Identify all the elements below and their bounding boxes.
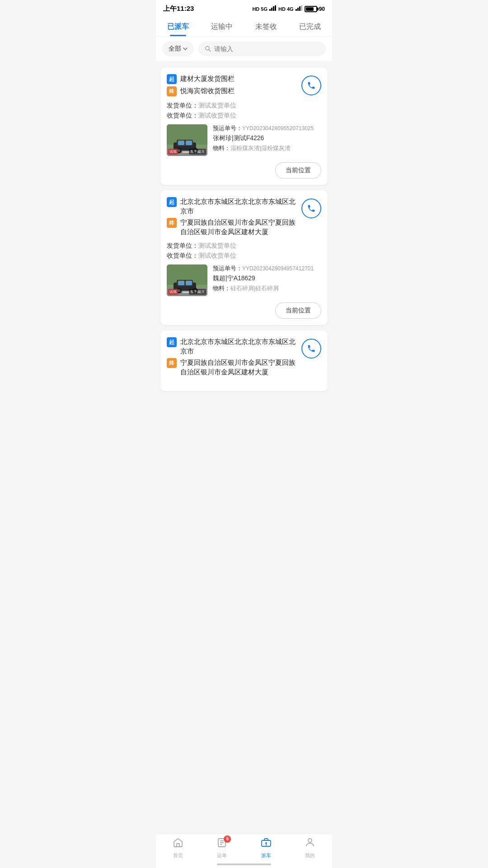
card-2-order-no: YYD20230428094957412701 [242,265,314,272]
tab-dispatched[interactable]: 已派车 [156,16,200,36]
svg-rect-5 [297,8,299,11]
svg-rect-2 [273,6,274,11]
svg-rect-0 [269,9,271,11]
tab-unsigned[interactable]: 未签收 [244,16,288,36]
svg-point-44 [265,842,267,844]
content-scroll: 起 建材大厦发货围栏 终 悦海宾馆收货围栏 发货单位： 测试发货单位 收货单位：… [156,66,332,427]
card-2-sender-row: 发货单位： 测试发货单位 [167,242,321,250]
card-1-phone-button[interactable] [301,75,321,95]
card-1-order-no-row: 预运单号： YYD20230428095520713025 [213,124,321,132]
card-2-order-no-row: 预运单号： YYD20230428094957412701 [213,264,321,273]
card-1-order-details: 预运单号： YYD20230428095520713025 张树珍|测试F422… [213,124,321,152]
mine-icon [305,837,315,851]
svg-rect-4 [296,9,297,11]
card-2-position-button[interactable]: 当前位置 [275,302,321,319]
dispatch-icon [261,837,272,851]
search-area: 全部 [156,37,332,61]
order-card-2: 起 北京北京市东城区北京北京市东城区北京市 终 宁夏回族自治区银川市金凤区宁夏回… [160,190,328,325]
nav-mine-label: 我的 [305,852,315,859]
nav-dispatch-label: 派车 [261,852,271,859]
status-hd-4g: HD 4G [278,6,294,12]
card-1-header: 起 建材大厦发货围栏 终 悦海宾馆收货围栏 [167,74,321,98]
card-3-locations: 起 北京北京市东城区北京北京市东城区北京市 终 宁夏回族自治区银川市金凤区宁夏回… [167,337,298,378]
search-input[interactable] [214,45,319,52]
tab-intransit[interactable]: 运输中 [200,16,244,36]
chevron-down-icon [183,47,188,50]
card-2-car-image: 试驾 车不熄灭 [167,264,207,296]
card-2-start-row: 起 北京北京市东城区北京北京市东城区北京市 [167,197,298,216]
nav-dispatch[interactable]: 派车 [244,837,288,859]
card-1-sender-value: 测试发货单位 [198,102,236,110]
card-1-order-no: YYD20230428095520713025 [242,125,314,132]
home-icon [173,837,183,851]
svg-rect-38 [177,844,179,847]
status-5g: HD 5G [252,6,267,12]
card-1-middle: 试驾 车不熄灭 预运单号： YYD20230428095520713025 张树… [167,124,321,156]
orders-icon: 6 [216,837,227,851]
nav-orders-label: 运单 [217,852,227,859]
card-2-material-value: 硅石碎屑|硅石碎屑 [230,284,279,292]
card-2-driver: 魏超|宁A18629 [213,274,321,283]
signal-bars-1 [269,5,277,12]
svg-rect-14 [183,151,189,153]
card-1-footer: 当前位置 [167,162,321,179]
card-1-start-row: 起 建材大厦发货围栏 [167,74,298,84]
card-2-header: 起 北京北京市东城区北京北京市东城区北京市 终 宁夏回族自治区银川市金凤区宁夏回… [167,197,321,238]
orders-badge: 6 [224,835,231,843]
status-time: 上午11:23 [163,5,194,13]
filter-button[interactable]: 全部 [162,41,194,57]
card-2-order-label: 预运单号： [213,264,242,273]
card-1-material-row: 物料： 湿粉煤灰渣|湿粉煤灰渣 [213,144,321,152]
svg-rect-19 [186,141,192,145]
svg-rect-18 [178,141,184,145]
order-card-1: 起 建材大厦发货围栏 终 悦海宾馆收货围栏 发货单位： 测试发货单位 收货单位：… [160,67,328,185]
card-2-receiver-row: 收货单位： 测试收货单位 [167,252,321,260]
filter-label: 全部 [169,45,181,53]
order-card-3: 起 北京北京市东城区北京北京市东城区北京市 终 宁夏回族自治区银川市金凤区宁夏回… [160,330,328,391]
card-3-end-row: 终 宁夏回族自治区银川市金凤区宁夏回族自治区银川市金凤区建材大厦 [167,358,298,377]
card-1-receiver-value: 测试收货单位 [198,112,236,120]
nav-home[interactable]: 首页 [156,837,200,859]
card-1-start-location: 建材大厦发货围栏 [180,74,235,83]
card-1-end-location: 悦海宾馆收货围栏 [180,86,235,95]
phone-icon-2 [307,204,316,213]
bottom-nav: 首页 6 运单 派车 [156,833,332,868]
card-2-sender-value: 测试发货单位 [198,242,236,250]
start-tag-1: 起 [167,74,177,84]
card-3-start-location: 北京北京市东城区北京北京市东城区北京市 [180,337,298,356]
svg-rect-32 [178,281,184,285]
home-indicator [217,863,271,865]
card-3-start-row: 起 北京北京市东城区北京北京市东城区北京市 [167,337,298,356]
search-box[interactable] [198,42,326,56]
card-2-receiver-label: 收货单位： [167,252,198,260]
card-1-material-value: 湿粉煤灰渣|湿粉煤灰渣 [230,144,291,152]
card-2-material-row: 物料： 硅石碎屑|硅石碎屑 [213,284,321,292]
end-tag-1: 终 [167,86,177,96]
card-2-material-label: 物料： [213,284,230,292]
nav-orders[interactable]: 6 运单 [200,837,244,859]
nav-mine[interactable]: 我的 [288,837,333,859]
card-1-driver: 张树珍|测试F4226 [213,134,321,142]
svg-rect-28 [183,292,189,293]
card-1-receiver-label: 收货单位： [167,112,198,120]
card-3-header: 起 北京北京市东城区北京北京市东城区北京市 终 宁夏回族自治区银川市金凤区宁夏回… [167,337,321,378]
card-2-phone-button[interactable] [301,198,321,218]
search-icon [205,45,211,52]
card-2-locations: 起 北京北京市东城区北京北京市东城区北京市 终 宁夏回族自治区银川市金凤区宁夏回… [167,197,298,238]
card-1-sender-row: 发货单位： 测试发货单位 [167,102,321,110]
card-3-end-location: 宁夏回族自治区银川市金凤区宁夏回族自治区银川市金凤区建材大厦 [180,358,298,377]
phone-icon-1 [307,81,316,90]
svg-rect-6 [299,6,300,11]
svg-rect-7 [301,5,302,11]
top-tab-bar: 已派车 运输中 未签收 已完成 [156,16,332,37]
card-3-phone-button[interactable] [301,339,321,359]
battery-indicator [305,6,317,12]
card-1-position-button[interactable]: 当前位置 [275,162,321,179]
svg-rect-1 [271,8,272,11]
card-2-middle: 试驾 车不熄灭 预运单号： YYD20230428094957412701 魏超… [167,264,321,296]
status-bar: 上午11:23 HD 5G HD 4G 90 [156,0,332,16]
card-2-sender-label: 发货单位： [167,242,198,250]
phone-icon-3 [307,344,316,353]
tab-completed[interactable]: 已完成 [288,16,333,36]
svg-rect-33 [186,281,192,285]
